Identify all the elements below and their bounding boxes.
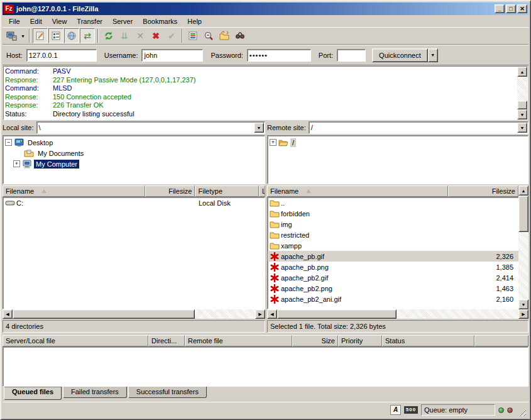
menu-help[interactable]: Help xyxy=(182,16,207,26)
menu-transfer[interactable]: Transfer xyxy=(72,16,107,26)
file-row-folder[interactable]: forbidden xyxy=(268,208,518,219)
local-tree[interactable]: − Desktop xyxy=(3,135,265,184)
resize-grip[interactable] xyxy=(518,408,526,416)
queue-column-filler xyxy=(474,335,528,346)
minimize-button[interactable]: _ xyxy=(495,4,505,13)
remote-file-list: Filename Filesize .. forbidd xyxy=(267,185,528,319)
scroll-left-icon[interactable]: ◀ xyxy=(267,309,277,319)
collapse-icon[interactable]: − xyxy=(5,139,12,146)
site-manager-dropdown[interactable]: ▼ xyxy=(19,28,26,43)
maximize-button[interactable]: □ xyxy=(506,4,516,13)
synchronized-browsing-button[interactable] xyxy=(217,28,232,43)
username-input[interactable]: john xyxy=(141,49,203,62)
message-log-content[interactable]: Command:PASV Response:227 Entering Passi… xyxy=(4,67,517,119)
process-queue-button[interactable]: ⇊ xyxy=(117,28,132,43)
scroll-down-icon[interactable]: ▼ xyxy=(518,299,528,309)
menu-file[interactable]: File xyxy=(4,16,25,26)
scroll-right-icon[interactable]: ▶ xyxy=(518,309,528,319)
toggle-remote-tree-button[interactable] xyxy=(64,28,79,43)
quickconnect-button[interactable]: Quickconnect xyxy=(372,48,428,62)
remote-tree[interactable]: + / xyxy=(267,135,528,184)
remote-site-combo[interactable]: / ▼ xyxy=(309,121,528,134)
local-column-lastmodified[interactable]: L xyxy=(259,185,265,197)
toggle-transfer-queue-button[interactable]: ⇄ xyxy=(80,28,95,43)
queue-column-priority[interactable]: Priority xyxy=(338,335,382,346)
disconnect-button[interactable]: ✖ xyxy=(148,28,163,43)
queue-status-panel: Queue: empty xyxy=(421,404,495,416)
chevron-down-icon[interactable]: ▼ xyxy=(254,123,264,133)
host-input[interactable]: 127.0.0.1 xyxy=(26,49,97,62)
scrollbar-thumb[interactable] xyxy=(277,309,397,319)
tab-successful-transfers[interactable]: Successful transfers xyxy=(128,387,207,398)
scrollbar-thumb[interactable] xyxy=(517,101,527,109)
scrollbar-thumb[interactable] xyxy=(518,196,528,232)
queue-column-status[interactable]: Status xyxy=(382,335,474,346)
filezilla-window: Fz john@127.0.0.1 - FileZilla _ □ ✕ File… xyxy=(0,0,531,420)
menu-edit[interactable]: Edit xyxy=(25,16,47,26)
tab-failed-transfers[interactable]: Failed transfers xyxy=(63,387,127,398)
toggle-local-tree-button[interactable] xyxy=(48,28,63,43)
file-row-file[interactable]: apache_pb2.png1,463 xyxy=(268,283,518,294)
tree-item-my-computer[interactable]: + My Computer xyxy=(3,158,265,169)
remote-vertical-scrollbar[interactable]: ▲ ▼ xyxy=(518,185,528,309)
queue-body[interactable] xyxy=(3,346,528,387)
message-log: Command:PASV Response:227 Entering Passi… xyxy=(3,66,528,120)
local-list-body[interactable]: C: Local Disk xyxy=(3,197,265,309)
menu-view[interactable]: View xyxy=(47,16,72,26)
remote-horizontal-scrollbar[interactable]: ◀ ▶ xyxy=(267,309,528,319)
close-button[interactable]: ✕ xyxy=(517,4,527,13)
local-column-filesize[interactable]: Filesize xyxy=(145,185,195,197)
queue-column-direction[interactable]: Directi... xyxy=(148,335,185,346)
file-row-folder[interactable]: restricted xyxy=(268,229,518,240)
file-row-folder[interactable]: img xyxy=(268,219,518,229)
cancel-operation-button[interactable]: ✕ xyxy=(133,28,148,43)
local-site-path[interactable]: \ xyxy=(37,122,253,133)
local-site-combo[interactable]: \ ▼ xyxy=(36,121,265,134)
scroll-up-icon[interactable]: ▲ xyxy=(518,185,528,196)
local-column-filename[interactable]: Filename xyxy=(3,185,145,197)
directory-comparison-button[interactable] xyxy=(201,28,216,43)
file-row-file[interactable]: apache_pb.png1,385 xyxy=(268,262,518,272)
remote-column-filesize[interactable]: Filesize xyxy=(448,185,518,197)
speed-limit-icon[interactable]: 500 xyxy=(404,406,418,414)
scroll-down-icon[interactable]: ▼ xyxy=(517,109,527,119)
remote-list-body[interactable]: .. forbidden img restricted xyxy=(267,197,518,309)
file-row-file[interactable]: apache_pb2_ani.gif2,160 xyxy=(268,294,518,304)
file-row-folder[interactable]: xampp xyxy=(268,240,518,251)
menu-server[interactable]: Server xyxy=(107,16,138,26)
reconnect-button[interactable]: ✔ xyxy=(164,28,179,43)
expand-icon[interactable]: + xyxy=(13,160,20,167)
remote-column-filename[interactable]: Filename xyxy=(267,185,448,197)
scroll-right-icon[interactable]: ▶ xyxy=(255,309,265,319)
tree-item-desktop[interactable]: − Desktop xyxy=(3,137,265,148)
file-row-selected[interactable]: apache_pb.gif2,326 xyxy=(268,251,518,262)
log-vertical-scrollbar[interactable]: ▲ ▼ xyxy=(517,67,527,119)
local-column-filetype[interactable]: Filetype xyxy=(195,185,259,197)
data-type-indicator-icon[interactable]: A xyxy=(390,405,401,415)
chevron-down-icon[interactable]: ▼ xyxy=(517,123,527,133)
tree-item-my-documents[interactable]: My Documents xyxy=(3,148,265,158)
port-input[interactable] xyxy=(337,49,366,62)
file-row-parent-dir[interactable]: .. xyxy=(268,197,518,208)
tab-queued-files[interactable]: Queued files xyxy=(4,387,62,400)
scroll-left-icon[interactable]: ◀ xyxy=(3,309,13,319)
queue-column-size[interactable]: Size xyxy=(292,335,338,346)
site-manager-button[interactable] xyxy=(4,28,19,43)
directory-listing-filters-button[interactable] xyxy=(185,28,200,43)
quickconnect-dropdown[interactable]: ▼ xyxy=(428,48,438,62)
remote-site-path[interactable]: / xyxy=(309,122,517,133)
find-files-button[interactable] xyxy=(233,28,248,43)
toggle-message-log-button[interactable] xyxy=(33,28,48,43)
local-horizontal-scrollbar[interactable]: ◀ ▶ xyxy=(3,309,265,319)
file-row-file[interactable]: apache_pb2.gif2,414 xyxy=(268,272,518,283)
scrollbar-thumb[interactable] xyxy=(13,309,195,319)
scroll-up-icon[interactable]: ▲ xyxy=(517,67,527,77)
expand-icon[interactable]: + xyxy=(270,139,276,146)
tree-item-root[interactable]: + / xyxy=(268,137,528,148)
queue-column-server-local-file[interactable]: Server/Local file xyxy=(3,335,148,346)
queue-column-remote-file[interactable]: Remote file xyxy=(185,335,292,346)
menu-bookmarks[interactable]: Bookmarks xyxy=(138,16,182,26)
password-input[interactable]: •••••• xyxy=(247,49,311,62)
file-row-local-drive[interactable]: C: Local Disk xyxy=(3,197,265,208)
refresh-button[interactable] xyxy=(101,28,116,43)
